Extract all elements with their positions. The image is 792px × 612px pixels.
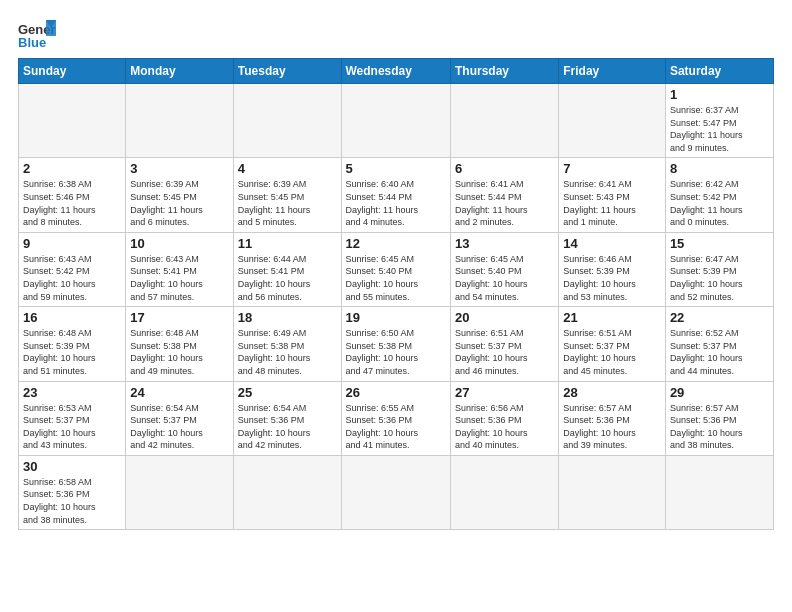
day-info: Sunrise: 6:54 AM Sunset: 5:36 PM Dayligh…	[238, 402, 337, 452]
calendar-cell: 14Sunrise: 6:46 AM Sunset: 5:39 PM Dayli…	[559, 232, 666, 306]
day-info: Sunrise: 6:43 AM Sunset: 5:41 PM Dayligh…	[130, 253, 228, 303]
calendar-table: SundayMondayTuesdayWednesdayThursdayFrid…	[18, 58, 774, 530]
weekday-header-thursday: Thursday	[450, 59, 558, 84]
day-info: Sunrise: 6:41 AM Sunset: 5:44 PM Dayligh…	[455, 178, 554, 228]
day-info: Sunrise: 6:57 AM Sunset: 5:36 PM Dayligh…	[670, 402, 769, 452]
weekday-header-monday: Monday	[126, 59, 233, 84]
calendar-cell: 30Sunrise: 6:58 AM Sunset: 5:36 PM Dayli…	[19, 455, 126, 529]
svg-text:Blue: Blue	[18, 35, 46, 50]
calendar-cell: 17Sunrise: 6:48 AM Sunset: 5:38 PM Dayli…	[126, 307, 233, 381]
day-number: 27	[455, 385, 554, 400]
calendar-cell: 26Sunrise: 6:55 AM Sunset: 5:36 PM Dayli…	[341, 381, 450, 455]
day-info: Sunrise: 6:49 AM Sunset: 5:38 PM Dayligh…	[238, 327, 337, 377]
header: General Blue	[18, 18, 774, 50]
calendar-cell	[233, 84, 341, 158]
logo: General Blue	[18, 18, 56, 50]
day-number: 13	[455, 236, 554, 251]
day-info: Sunrise: 6:50 AM Sunset: 5:38 PM Dayligh…	[346, 327, 446, 377]
calendar-cell: 2Sunrise: 6:38 AM Sunset: 5:46 PM Daylig…	[19, 158, 126, 232]
calendar-cell: 11Sunrise: 6:44 AM Sunset: 5:41 PM Dayli…	[233, 232, 341, 306]
day-number: 19	[346, 310, 446, 325]
day-info: Sunrise: 6:37 AM Sunset: 5:47 PM Dayligh…	[670, 104, 769, 154]
day-info: Sunrise: 6:42 AM Sunset: 5:42 PM Dayligh…	[670, 178, 769, 228]
calendar-cell	[19, 84, 126, 158]
day-number: 30	[23, 459, 121, 474]
calendar-cell: 13Sunrise: 6:45 AM Sunset: 5:40 PM Dayli…	[450, 232, 558, 306]
weekday-header-row: SundayMondayTuesdayWednesdayThursdayFrid…	[19, 59, 774, 84]
day-number: 8	[670, 161, 769, 176]
day-info: Sunrise: 6:48 AM Sunset: 5:39 PM Dayligh…	[23, 327, 121, 377]
day-number: 6	[455, 161, 554, 176]
calendar-cell: 9Sunrise: 6:43 AM Sunset: 5:42 PM Daylig…	[19, 232, 126, 306]
calendar-cell	[450, 84, 558, 158]
calendar-week-6: 30Sunrise: 6:58 AM Sunset: 5:36 PM Dayli…	[19, 455, 774, 529]
calendar-week-2: 2Sunrise: 6:38 AM Sunset: 5:46 PM Daylig…	[19, 158, 774, 232]
calendar-cell: 16Sunrise: 6:48 AM Sunset: 5:39 PM Dayli…	[19, 307, 126, 381]
day-number: 7	[563, 161, 661, 176]
day-number: 5	[346, 161, 446, 176]
generalblue-icon: General Blue	[18, 18, 56, 50]
calendar-cell: 7Sunrise: 6:41 AM Sunset: 5:43 PM Daylig…	[559, 158, 666, 232]
day-info: Sunrise: 6:45 AM Sunset: 5:40 PM Dayligh…	[346, 253, 446, 303]
day-info: Sunrise: 6:39 AM Sunset: 5:45 PM Dayligh…	[130, 178, 228, 228]
day-number: 9	[23, 236, 121, 251]
calendar-cell	[126, 84, 233, 158]
day-info: Sunrise: 6:40 AM Sunset: 5:44 PM Dayligh…	[346, 178, 446, 228]
day-number: 20	[455, 310, 554, 325]
calendar-cell: 20Sunrise: 6:51 AM Sunset: 5:37 PM Dayli…	[450, 307, 558, 381]
calendar-cell: 28Sunrise: 6:57 AM Sunset: 5:36 PM Dayli…	[559, 381, 666, 455]
calendar-week-1: 1Sunrise: 6:37 AM Sunset: 5:47 PM Daylig…	[19, 84, 774, 158]
day-number: 18	[238, 310, 337, 325]
day-number: 10	[130, 236, 228, 251]
day-info: Sunrise: 6:56 AM Sunset: 5:36 PM Dayligh…	[455, 402, 554, 452]
calendar-cell: 1Sunrise: 6:37 AM Sunset: 5:47 PM Daylig…	[665, 84, 773, 158]
day-info: Sunrise: 6:44 AM Sunset: 5:41 PM Dayligh…	[238, 253, 337, 303]
day-info: Sunrise: 6:39 AM Sunset: 5:45 PM Dayligh…	[238, 178, 337, 228]
day-number: 1	[670, 87, 769, 102]
day-info: Sunrise: 6:38 AM Sunset: 5:46 PM Dayligh…	[23, 178, 121, 228]
day-number: 24	[130, 385, 228, 400]
calendar-cell: 5Sunrise: 6:40 AM Sunset: 5:44 PM Daylig…	[341, 158, 450, 232]
day-info: Sunrise: 6:46 AM Sunset: 5:39 PM Dayligh…	[563, 253, 661, 303]
calendar-cell: 25Sunrise: 6:54 AM Sunset: 5:36 PM Dayli…	[233, 381, 341, 455]
day-info: Sunrise: 6:48 AM Sunset: 5:38 PM Dayligh…	[130, 327, 228, 377]
day-number: 12	[346, 236, 446, 251]
day-info: Sunrise: 6:58 AM Sunset: 5:36 PM Dayligh…	[23, 476, 121, 526]
day-number: 2	[23, 161, 121, 176]
day-info: Sunrise: 6:54 AM Sunset: 5:37 PM Dayligh…	[130, 402, 228, 452]
day-info: Sunrise: 6:51 AM Sunset: 5:37 PM Dayligh…	[455, 327, 554, 377]
weekday-header-tuesday: Tuesday	[233, 59, 341, 84]
calendar-cell: 8Sunrise: 6:42 AM Sunset: 5:42 PM Daylig…	[665, 158, 773, 232]
calendar-cell: 4Sunrise: 6:39 AM Sunset: 5:45 PM Daylig…	[233, 158, 341, 232]
day-info: Sunrise: 6:41 AM Sunset: 5:43 PM Dayligh…	[563, 178, 661, 228]
calendar-cell: 6Sunrise: 6:41 AM Sunset: 5:44 PM Daylig…	[450, 158, 558, 232]
day-number: 17	[130, 310, 228, 325]
calendar-cell: 19Sunrise: 6:50 AM Sunset: 5:38 PM Dayli…	[341, 307, 450, 381]
calendar-cell	[559, 455, 666, 529]
calendar-cell	[450, 455, 558, 529]
day-info: Sunrise: 6:52 AM Sunset: 5:37 PM Dayligh…	[670, 327, 769, 377]
day-number: 3	[130, 161, 228, 176]
calendar-cell	[559, 84, 666, 158]
day-info: Sunrise: 6:51 AM Sunset: 5:37 PM Dayligh…	[563, 327, 661, 377]
calendar-cell: 18Sunrise: 6:49 AM Sunset: 5:38 PM Dayli…	[233, 307, 341, 381]
day-info: Sunrise: 6:47 AM Sunset: 5:39 PM Dayligh…	[670, 253, 769, 303]
day-number: 28	[563, 385, 661, 400]
page: General Blue SundayMondayTuesdayWednesda…	[0, 0, 792, 612]
weekday-header-wednesday: Wednesday	[341, 59, 450, 84]
day-info: Sunrise: 6:55 AM Sunset: 5:36 PM Dayligh…	[346, 402, 446, 452]
day-number: 22	[670, 310, 769, 325]
day-number: 11	[238, 236, 337, 251]
day-number: 29	[670, 385, 769, 400]
calendar-cell	[233, 455, 341, 529]
day-number: 4	[238, 161, 337, 176]
calendar-week-3: 9Sunrise: 6:43 AM Sunset: 5:42 PM Daylig…	[19, 232, 774, 306]
weekday-header-sunday: Sunday	[19, 59, 126, 84]
calendar-cell	[665, 455, 773, 529]
calendar-cell	[126, 455, 233, 529]
day-number: 14	[563, 236, 661, 251]
calendar-week-5: 23Sunrise: 6:53 AM Sunset: 5:37 PM Dayli…	[19, 381, 774, 455]
calendar-week-4: 16Sunrise: 6:48 AM Sunset: 5:39 PM Dayli…	[19, 307, 774, 381]
calendar-cell: 27Sunrise: 6:56 AM Sunset: 5:36 PM Dayli…	[450, 381, 558, 455]
calendar-cell	[341, 84, 450, 158]
